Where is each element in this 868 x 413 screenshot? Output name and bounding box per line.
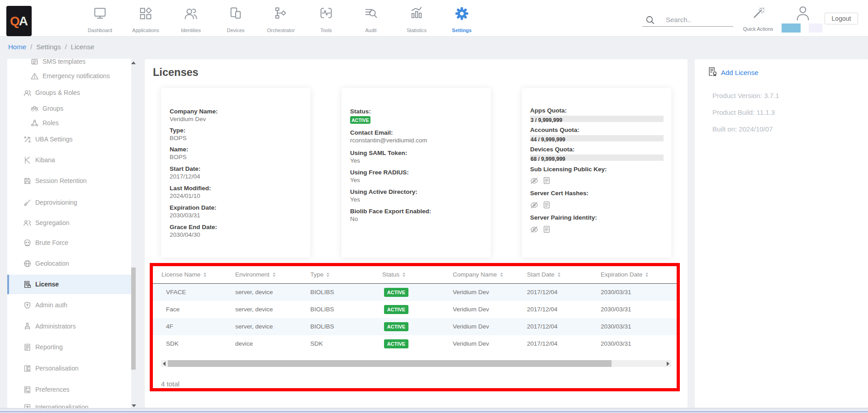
app-logo[interactable]: QA xyxy=(6,6,32,36)
breadcrumb: Home/Settings/License xyxy=(8,43,94,51)
field-label: Name: xyxy=(170,146,188,153)
internationalization-icon xyxy=(24,404,31,408)
skull-icon xyxy=(24,239,31,247)
breadcrumb-home[interactable]: Home xyxy=(8,43,26,51)
nav-item-tools[interactable]: Tools xyxy=(301,6,351,33)
sidebar-item-preferences[interactable]: Preferences xyxy=(7,383,131,396)
add-license-button[interactable]: Add License xyxy=(708,67,759,78)
field-value: 2030/04/30 xyxy=(170,231,217,239)
settings-gear-icon xyxy=(455,6,469,23)
field-label: Grace End Date: xyxy=(170,224,217,231)
status-badge: ACTIVE xyxy=(350,116,370,124)
report-icon xyxy=(24,343,31,351)
logout-button[interactable]: Logout xyxy=(825,13,858,24)
sidebar-item-emergency-notifications[interactable]: Emergency notifications xyxy=(7,69,131,83)
administrator-icon xyxy=(24,323,31,330)
nav-item-dashboard[interactable]: Dashboard xyxy=(75,6,125,33)
eye-slash-icon[interactable] xyxy=(530,177,538,186)
field-label: Last Modified: xyxy=(170,185,211,192)
field-label: Company Name: xyxy=(170,108,218,115)
sms-templates-icon xyxy=(31,59,38,66)
roles-icon xyxy=(31,119,38,127)
search-input[interactable]: Search.. xyxy=(666,16,691,23)
tools-icon xyxy=(319,6,333,23)
field-value: 2024/01/10 xyxy=(170,192,211,200)
apps-quota-bar: 3 / 9,999,999 xyxy=(530,116,664,122)
warning-triangle-icon xyxy=(31,72,38,80)
license-icon xyxy=(24,281,31,288)
kibana-icon xyxy=(24,156,31,164)
license-status-card: Status: ACTIVE Contact Email:rconstantin… xyxy=(342,88,491,258)
sidebar-scroll-down-arrow[interactable] xyxy=(132,404,136,407)
nav-item-audit[interactable]: Audit xyxy=(346,6,396,33)
sidebar-item-license[interactable]: License xyxy=(7,275,131,294)
sidebar-item-segregation[interactable]: Segregation xyxy=(7,216,131,230)
nav-item-orchestrator[interactable]: Orchestrator xyxy=(256,6,306,33)
groups-roles-icon xyxy=(24,89,31,97)
sidebar-item-uba-settings[interactable]: UBA Settings xyxy=(7,132,131,146)
eye-slash-icon[interactable] xyxy=(530,226,538,235)
right-panel: Add License Product Version: 3.7.1 Produ… xyxy=(695,59,868,408)
devices-icon xyxy=(228,6,243,23)
nav-item-devices[interactable]: Devices xyxy=(211,6,261,33)
copy-icon[interactable] xyxy=(543,177,550,186)
built-on: Built on: 2024/10/07 xyxy=(712,125,773,133)
sidebar-item-session-retention[interactable]: Session Retention xyxy=(7,174,131,188)
search-underline xyxy=(642,26,733,27)
nav-item-settings[interactable]: Settings xyxy=(437,6,487,33)
nav-item-identities[interactable]: Identities xyxy=(166,6,216,33)
segregation-icon xyxy=(24,219,31,227)
eye-slash-icon[interactable] xyxy=(530,202,538,211)
save-disk-icon xyxy=(24,177,31,185)
sidebar-item-sms-templates[interactable]: SMS templates xyxy=(7,59,131,68)
field-value: BOPS xyxy=(170,135,187,142)
search-icon[interactable] xyxy=(645,15,655,27)
sidebar-item-personalisation[interactable]: Personalisation xyxy=(7,361,131,375)
user-avatar-icon[interactable] xyxy=(796,5,810,23)
language-swatch-light[interactable] xyxy=(809,23,822,33)
settings-sidebar: SMS templates Emergency notifications Gr… xyxy=(7,59,131,408)
sidebar-item-deprovisioning[interactable]: Deprovisioning xyxy=(7,196,131,209)
sidebar-item-groups-roles[interactable]: Groups & Roles xyxy=(7,86,131,99)
breadcrumb-license: License xyxy=(71,43,95,51)
breadcrumb-settings[interactable]: Settings xyxy=(36,43,61,51)
field-value: 2030/03/31 xyxy=(170,212,217,219)
sidebar-item-groups[interactable]: Groups xyxy=(7,102,131,115)
uba-settings-icon xyxy=(24,136,31,143)
magic-wand-icon xyxy=(752,7,764,21)
groups-icon xyxy=(31,105,38,113)
field-label: Start Date: xyxy=(170,165,200,173)
language-swatch-blue[interactable] xyxy=(782,23,801,33)
copy-icon[interactable] xyxy=(543,201,550,211)
annotation-highlight-rectangle xyxy=(150,263,680,391)
nav-item-applications[interactable]: Applications xyxy=(121,6,171,33)
devices-quota-bar: 68 / 9,999,999 xyxy=(530,155,664,161)
broom-icon xyxy=(24,199,31,206)
sidebar-item-internationalization[interactable]: Internationalization xyxy=(7,400,131,408)
globe-icon xyxy=(24,260,31,268)
copy-icon[interactable] xyxy=(543,225,550,235)
sidebar-scroll-up-arrow[interactable] xyxy=(131,61,136,64)
product-build: Product Build: 11.1.3 xyxy=(712,108,775,116)
quota-card: Apps Quota: 3 / 9,999,999 Accounts Quota… xyxy=(522,88,671,258)
field-label: Type: xyxy=(170,127,187,134)
field-value: BOPS xyxy=(170,154,188,161)
sidebar-item-kibana[interactable]: Kibana xyxy=(7,153,131,167)
quick-actions-button[interactable]: Quick Actions xyxy=(742,7,774,32)
sidebar-scrollbar-thumb[interactable] xyxy=(131,268,136,370)
sidebar-item-admin-auth[interactable]: Admin auth xyxy=(7,298,131,312)
nav-item-statistics[interactable]: Statistics xyxy=(392,6,441,33)
identities-icon xyxy=(184,6,198,23)
sidebar-item-brute-force[interactable]: Brute Force xyxy=(7,236,131,249)
add-license-icon xyxy=(708,67,717,78)
window-bottom-edge xyxy=(0,408,868,413)
sidebar-item-geolocation[interactable]: Geolocation xyxy=(7,257,131,270)
sidebar-item-administrators[interactable]: Administrators xyxy=(7,319,131,333)
sidebar-item-roles[interactable]: Roles xyxy=(7,116,131,130)
field-value: Veridium Dev xyxy=(170,116,218,123)
license-info-card: Company Name:Veridium Dev Type:BOPS Name… xyxy=(161,88,310,258)
sidebar-item-reporting[interactable]: Reporting xyxy=(7,340,131,354)
orchestrator-icon xyxy=(274,6,288,23)
product-version: Product Version: 3.7.1 xyxy=(712,92,779,99)
shield-lock-icon xyxy=(24,301,31,309)
